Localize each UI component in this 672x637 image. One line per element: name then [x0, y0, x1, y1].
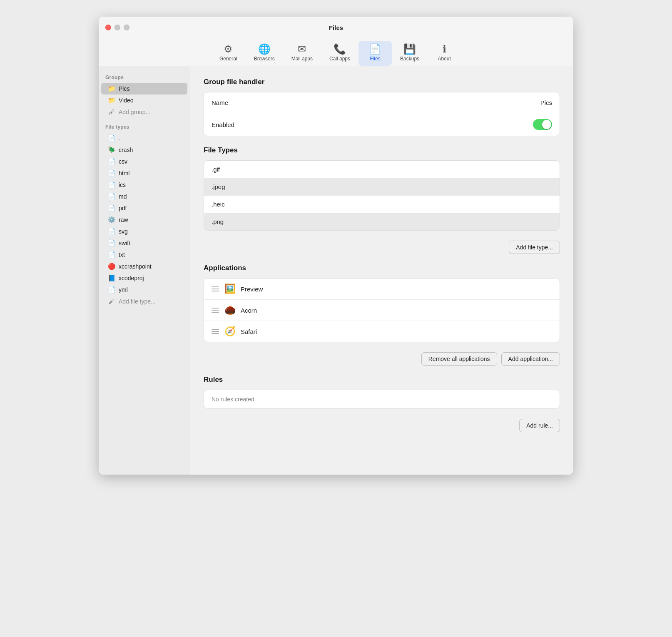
sidebar-item-crash[interactable]: 🪲 crash [101, 144, 187, 156]
name-row: Name Pics [204, 92, 560, 113]
body: Groups 📁 Pics 📁 Video 🖋 Add group... Fil… [99, 66, 573, 475]
remove-all-applications-button[interactable]: Remove all applications [421, 352, 497, 366]
toolbar-item-general[interactable]: ⚙General [211, 41, 246, 66]
sidebar-item-label: . [119, 135, 120, 142]
toolbar-item-browsers[interactable]: 🌐Browsers [246, 41, 283, 66]
list-item[interactable]: .jpeg [204, 178, 560, 196]
file-icon: 📄 [108, 181, 115, 189]
add-group-button[interactable]: 🖋 Add group... [101, 106, 187, 117]
enabled-label: Enabled [212, 121, 533, 128]
call-apps-icon: 📞 [334, 44, 346, 54]
sidebar-item-xccrashpoint[interactable]: 🔴 xccrashpoint [101, 261, 187, 272]
sidebar-item-ics[interactable]: 📄 ics [101, 179, 187, 191]
list-item[interactable]: .heic [204, 196, 560, 213]
file-icon: 📄 [108, 204, 115, 212]
sidebar-item-label: swift [119, 240, 130, 246]
enabled-row: Enabled [204, 113, 560, 136]
groups-label: Groups [99, 73, 190, 83]
drag-handle[interactable] [212, 308, 219, 313]
file-icon: 📄 [108, 193, 115, 200]
sidebar-item-xcodeproj[interactable]: 📘 xcodeproj [101, 272, 187, 284]
file-types-title: File Types [204, 146, 560, 154]
sidebar-item-pdf[interactable]: 📄 pdf [101, 202, 187, 214]
sidebar-item-video[interactable]: 📁 Video [101, 95, 187, 106]
gear-icon: ⚙️ [108, 216, 115, 224]
file-icon: 📄 [108, 239, 115, 247]
sidebar-item-pics[interactable]: 📁 Pics [101, 83, 187, 95]
xcode-icon: 📘 [108, 274, 115, 282]
file-icon: 📄 [108, 228, 115, 235]
file-type-btn-row: Add file type... [204, 241, 560, 254]
list-item: 🧭 Safari [204, 321, 560, 342]
sidebar-item-svg[interactable]: 📄 svg [101, 226, 187, 237]
add-icon: 🖋 [108, 108, 115, 115]
toolbar: ⚙General🌐Browsers✉Mail apps📞Call apps📄Fi… [99, 38, 573, 66]
toolbar-item-about[interactable]: ℹAbout [428, 41, 461, 66]
mail-apps-icon: ✉ [298, 44, 306, 54]
sidebar-item-label: md [119, 193, 127, 200]
sidebar-item-label: html [119, 170, 129, 177]
toolbar-item-files[interactable]: 📄Files [358, 41, 392, 66]
rules-card: No rules created [204, 390, 560, 409]
maximize-button[interactable] [124, 25, 129, 30]
sidebar-item-label: raw [119, 216, 128, 223]
sidebar-item-dot[interactable]: 📄 . [101, 132, 187, 144]
add-file-type-button[interactable]: 🖋 Add file type... [101, 296, 187, 307]
enabled-toggle[interactable] [533, 119, 552, 130]
app-icon: 🌰 [224, 305, 236, 316]
sidebar-item-raw[interactable]: ⚙️ raw [101, 214, 187, 226]
sidebar-item-label: xcodeproj [119, 275, 144, 281]
list-item[interactable]: .png [204, 213, 560, 230]
applications-title: Applications [204, 264, 560, 272]
window-controls [105, 25, 129, 30]
sidebar-item-yml[interactable]: 📄 yml [101, 284, 187, 296]
applications-btn-row: Remove all applications Add application.… [204, 352, 560, 366]
sidebar-item-swift[interactable]: 📄 swift [101, 237, 187, 249]
backups-icon: 💾 [403, 44, 416, 54]
app-icon: 🧭 [224, 326, 236, 337]
add-application-button[interactable]: Add application... [501, 352, 560, 366]
sidebar-item-csv[interactable]: 📄 csv [101, 156, 187, 167]
file-icon: 📄 [108, 169, 115, 177]
sidebar-item-label: xccrashpoint [119, 263, 152, 270]
about-icon: ℹ [443, 44, 446, 54]
toolbar-item-mail-apps[interactable]: ✉Mail apps [283, 41, 321, 66]
toolbar-item-backups[interactable]: 💾Backups [392, 41, 428, 66]
add-rule-button[interactable]: Add rule... [519, 419, 560, 432]
sidebar-item-label: Video [119, 97, 134, 104]
crash-icon: 🪲 [108, 146, 115, 154]
drag-handle[interactable] [212, 329, 219, 334]
toolbar-label-files: Files [370, 56, 380, 62]
window-title: Files [329, 24, 343, 31]
toolbar-item-call-apps[interactable]: 📞Call apps [321, 41, 358, 66]
toolbar-label-backups: Backups [400, 56, 419, 62]
toolbar-label-mail-apps: Mail apps [291, 56, 313, 62]
files-icon: 📄 [369, 44, 381, 54]
toolbar-label-browsers: Browsers [254, 56, 275, 62]
sidebar-item-label: crash [119, 147, 133, 153]
toolbar-label-about: About [438, 56, 450, 62]
app-name: Acorn [241, 307, 257, 314]
sidebar: Groups 📁 Pics 📁 Video 🖋 Add group... Fil… [99, 66, 190, 475]
close-button[interactable] [105, 25, 111, 30]
list-item: 🌰 Acorn [204, 300, 560, 321]
file-icon: 📄 [108, 134, 115, 142]
titlebar: Files [99, 17, 573, 38]
sidebar-item-label: ics [119, 182, 126, 188]
browsers-icon: 🌐 [258, 44, 271, 54]
file-icon: 📄 [108, 158, 115, 165]
list-item[interactable]: .gif [204, 161, 560, 178]
applications-card: 🖼️ Preview 🌰 Acorn 🧭 Safari [204, 278, 560, 342]
add-file-type-button[interactable]: Add file type... [509, 241, 560, 254]
drag-handle[interactable] [212, 286, 219, 291]
sidebar-item-label: pdf [119, 205, 127, 212]
no-rules-text: No rules created [204, 390, 560, 408]
sidebar-item-html[interactable]: 📄 html [101, 167, 187, 179]
sidebar-item-txt[interactable]: 📄 txt [101, 249, 187, 261]
add-icon: 🖋 [108, 298, 115, 305]
list-item: 🖼️ Preview [204, 279, 560, 300]
file-icon: 📄 [108, 251, 115, 259]
minimize-button[interactable] [114, 25, 120, 30]
sidebar-item-md[interactable]: 📄 md [101, 191, 187, 202]
sidebar-item-label: svg [119, 228, 128, 235]
